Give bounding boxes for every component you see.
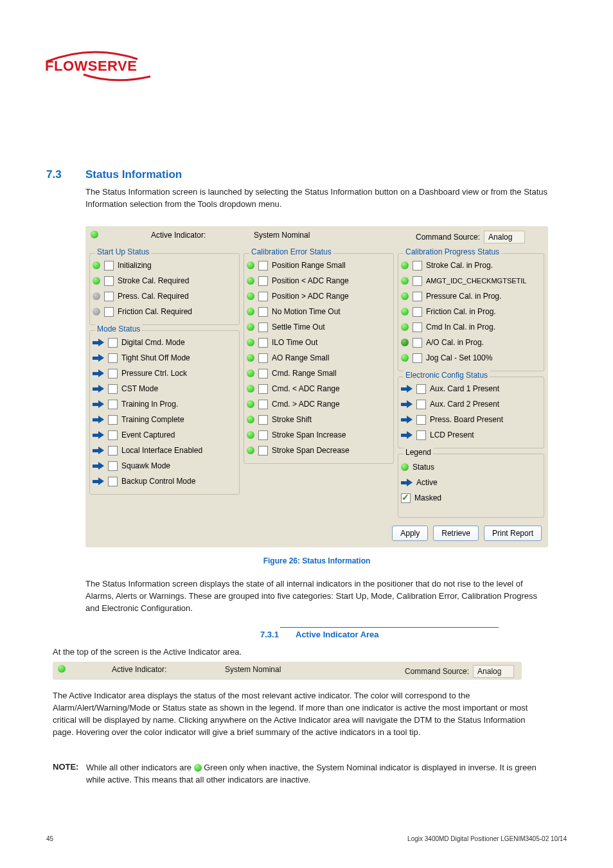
mask-checkbox[interactable] bbox=[258, 430, 268, 440]
mask-checkbox[interactable] bbox=[416, 415, 426, 425]
status-row: Press. Cal. Required bbox=[90, 288, 239, 304]
status-header: Active Indicator: System Nominal Command… bbox=[85, 226, 548, 248]
mask-checkbox[interactable] bbox=[108, 400, 118, 409]
status-row: Stroke Shift bbox=[244, 412, 393, 427]
status-row: ILO Time Out bbox=[244, 335, 393, 350]
status-panel: Active Indicator: System Nominal Command… bbox=[85, 226, 548, 547]
status-dot-icon bbox=[247, 323, 254, 331]
status-dot-icon bbox=[247, 447, 254, 454]
mask-checkbox[interactable] bbox=[416, 400, 426, 409]
status-row: Cmd In Cal. in Prog. bbox=[398, 319, 544, 335]
mask-checkbox[interactable] bbox=[258, 353, 268, 363]
mask-checkbox[interactable] bbox=[416, 430, 426, 440]
mask-checkbox[interactable] bbox=[258, 415, 268, 425]
mask-checkbox[interactable] bbox=[413, 353, 422, 363]
status-label: Position > ADC Range bbox=[272, 292, 349, 301]
status-dot-icon bbox=[247, 308, 254, 315]
status-label: Position Range Small bbox=[272, 261, 346, 270]
mask-checkbox[interactable] bbox=[258, 446, 268, 456]
mask-checkbox[interactable] bbox=[108, 477, 118, 486]
command-source-value: Analog bbox=[484, 231, 525, 244]
active-indicator-value: System Nominal bbox=[254, 231, 310, 240]
mask-checkbox[interactable] bbox=[108, 369, 118, 378]
status-row: Friction Cal. in Prog. bbox=[398, 304, 544, 319]
mask-checkbox[interactable] bbox=[413, 323, 422, 332]
active-indicator-value: System Nominal bbox=[225, 665, 281, 674]
mask-checkbox[interactable] bbox=[258, 400, 268, 409]
status-dot-icon bbox=[401, 354, 409, 362]
retrieve-button[interactable]: Retrieve bbox=[433, 526, 479, 541]
status-row: Digital Cmd. Mode bbox=[90, 335, 239, 350]
status-row: Jog Cal - Set 100% bbox=[398, 350, 544, 366]
mask-checkbox[interactable] bbox=[258, 292, 268, 301]
mask-checkbox[interactable] bbox=[413, 276, 422, 286]
mask-checkbox[interactable] bbox=[108, 415, 118, 425]
legend-label: Masked bbox=[414, 493, 441, 502]
mask-checkbox[interactable] bbox=[104, 292, 114, 301]
mask-checkbox[interactable] bbox=[413, 338, 422, 348]
group-mode: Mode Status Digital Cmd. Mode Tight Shut… bbox=[89, 330, 240, 495]
mask-checkbox[interactable] bbox=[258, 307, 268, 317]
status-row: Squawk Mode bbox=[90, 458, 239, 474]
status-row: Cmd. < ADC Range bbox=[244, 381, 393, 396]
mask-checkbox[interactable] bbox=[258, 384, 268, 394]
status-row: Aux. Card 1 Present bbox=[398, 381, 544, 396]
status-row: Backup Control Mode bbox=[90, 474, 239, 489]
status-dot-icon bbox=[401, 463, 409, 471]
mask-checkbox[interactable] bbox=[258, 369, 268, 378]
mask-checkbox[interactable] bbox=[413, 307, 422, 317]
mask-checkbox[interactable] bbox=[258, 276, 268, 286]
mask-checkbox[interactable] bbox=[258, 323, 268, 332]
status-label: ILO Time Out bbox=[272, 338, 317, 347]
status-row: Training Complete bbox=[90, 412, 239, 427]
mask-checkbox[interactable] bbox=[104, 261, 114, 270]
mask-checkbox[interactable] bbox=[108, 384, 118, 394]
legend-label: Active bbox=[416, 478, 438, 487]
status-label: Cmd In Cal. in Prog. bbox=[426, 323, 495, 332]
page-footer: 45 Logix 3400MD Digital Positioner LGENI… bbox=[46, 835, 567, 842]
mask-checkbox[interactable] bbox=[258, 338, 268, 348]
section-intro: The Status Information screen is launche… bbox=[85, 186, 548, 211]
status-label: Settle Time Out bbox=[272, 323, 325, 332]
mask-checkbox[interactable] bbox=[108, 430, 118, 440]
arrow-icon bbox=[93, 432, 104, 439]
flowserve-logo: FLOWSERVE bbox=[45, 58, 137, 75]
mask-checkbox[interactable] bbox=[413, 292, 422, 301]
status-label: Pressure Cal. in Prog. bbox=[426, 292, 501, 301]
sub-title: Active Indicator Area bbox=[296, 630, 379, 639]
status-row: Aux. Card 2 Present bbox=[398, 396, 544, 412]
mask-checkbox[interactable] bbox=[413, 261, 422, 270]
status-label: A/O Cal. in Prog. bbox=[426, 338, 484, 347]
mask-checkbox[interactable] bbox=[104, 276, 114, 286]
status-label: Event Captured bbox=[121, 430, 175, 439]
status-row: AMGT_IDC_CHECKMGTSETIL bbox=[398, 273, 544, 288]
group-title: Calibration Progress Status bbox=[404, 247, 501, 256]
sub-number: 7.3.1 bbox=[260, 630, 279, 639]
status-row: Training In Prog. bbox=[90, 396, 239, 412]
mask-checkbox[interactable] bbox=[108, 353, 118, 363]
group-startup: Start Up Status Initializing Stroke Cal.… bbox=[89, 253, 240, 325]
mask-checkbox[interactable] bbox=[258, 261, 268, 270]
mask-checkbox[interactable] bbox=[104, 307, 114, 317]
status-label: Stroke Span Increase bbox=[272, 430, 346, 439]
status-row: Event Captured bbox=[90, 427, 239, 443]
mask-checkbox[interactable] bbox=[416, 384, 426, 394]
status-row: Tight Shut Off Mode bbox=[90, 350, 239, 366]
mask-checkbox[interactable] bbox=[108, 446, 118, 456]
status-dot-icon bbox=[247, 277, 254, 285]
group-econfig: Electronic Config Status Aux. Card 1 Pre… bbox=[398, 376, 544, 448]
status-dot-icon bbox=[401, 261, 409, 269]
arrow-icon bbox=[401, 432, 413, 439]
mask-checkbox[interactable] bbox=[108, 338, 118, 348]
status-label: CST Mode bbox=[121, 384, 158, 393]
active-indicator-bar: Active Indicator: System Nominal Command… bbox=[53, 662, 522, 680]
print-report-button[interactable]: Print Report bbox=[484, 526, 542, 541]
arrow-icon bbox=[401, 401, 413, 408]
status-row: Friction Cal. Required bbox=[90, 304, 239, 319]
apply-button[interactable]: Apply bbox=[392, 526, 428, 541]
status-label: Digital Cmd. Mode bbox=[121, 338, 185, 347]
status-dot-icon bbox=[91, 231, 98, 238]
status-dot-icon bbox=[93, 292, 100, 300]
mask-checkbox[interactable] bbox=[108, 461, 118, 471]
mask-checkbox bbox=[401, 493, 411, 503]
